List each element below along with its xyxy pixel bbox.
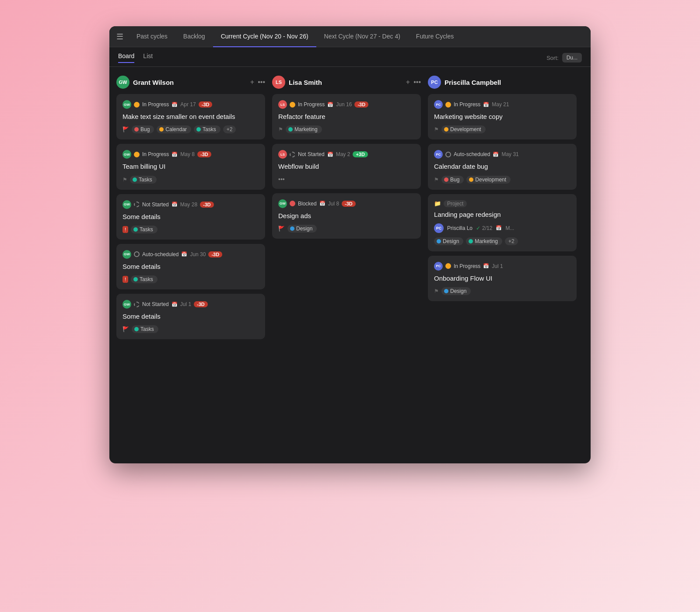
tag-tasks-gw2[interactable]: Tasks bbox=[130, 176, 157, 184]
card-avatar-gw3: GW bbox=[122, 200, 131, 209]
tab-past-cycles[interactable]: Past cycles bbox=[129, 26, 175, 47]
card-gw2[interactable]: GW In Progress 📅 May 8 -3D Team billing … bbox=[116, 144, 265, 189]
assignee-name-pc3: Priscilla Lo bbox=[447, 225, 472, 231]
card-gw4-meta: GW Auto-scheduled 📅 Jun 30 -3D bbox=[122, 250, 259, 259]
view-board[interactable]: Board bbox=[118, 52, 134, 63]
status-dot-ls3 bbox=[290, 201, 295, 206]
cal-icon-gw5: 📅 bbox=[172, 302, 178, 307]
card-avatar-pc4: PC bbox=[434, 262, 443, 271]
card-title-ls2: Webflow build bbox=[278, 162, 415, 171]
tab-current-cycle[interactable]: Current Cycle (Nov 20 - Nov 26) bbox=[213, 26, 316, 47]
card-title-pc2: Calendar date bug bbox=[434, 162, 570, 171]
status-gw3: Not Started bbox=[142, 202, 169, 208]
dot-tasks-gw5 bbox=[134, 327, 139, 331]
view-list[interactable]: List bbox=[143, 52, 153, 63]
cal-icon-gw3: 📅 bbox=[172, 202, 178, 207]
card-pc1[interactable]: PC In Progress 📅 May 21 Marketing websit… bbox=[428, 94, 577, 139]
date-pc2: May 31 bbox=[501, 151, 518, 157]
card-gw1-meta: GW In Progress 📅 Apr 17 -3D bbox=[122, 100, 259, 109]
card-pc4[interactable]: PC In Progress 📅 Jul 1 Onboarding Flow U… bbox=[428, 256, 577, 301]
more-gw-icon[interactable]: ••• bbox=[258, 78, 265, 86]
cal-icon-pc2: 📅 bbox=[493, 152, 499, 157]
check-num-pc3: 2/12 bbox=[482, 225, 492, 231]
status-dot-pc2 bbox=[445, 152, 451, 157]
project-avatar-pc3: PC bbox=[434, 223, 444, 233]
card-ls3[interactable]: GW Blocked 📅 Jul 8 -3D Design ads 🚩 Desi… bbox=[272, 193, 421, 239]
status-dot-gw2 bbox=[134, 152, 140, 157]
add-card-gw-icon[interactable]: + bbox=[250, 78, 254, 86]
cal-icon-ls2: 📅 bbox=[327, 152, 333, 157]
tag-tasks-gw5[interactable]: Tasks bbox=[132, 325, 158, 333]
tag-design-pc3[interactable]: Design bbox=[434, 237, 463, 245]
status-ls3: Blocked bbox=[298, 201, 317, 207]
tag-dev-pc2[interactable]: Development bbox=[466, 176, 511, 184]
card-tags-gw2: ⚑ Tasks bbox=[122, 176, 259, 184]
card-avatar-pc1: PC bbox=[434, 100, 443, 109]
avatar-ls: LS bbox=[272, 76, 285, 89]
card-gw1[interactable]: GW In Progress 📅 Apr 17 -3D Make text si… bbox=[116, 94, 265, 139]
ahead-ls2: +3D bbox=[353, 151, 368, 157]
column-lisa-smith: LS Lisa Smith + ••• LS In Progress 📅 Jun… bbox=[272, 76, 421, 243]
add-card-ls-icon[interactable]: + bbox=[406, 78, 410, 86]
tag-bug-gw1[interactable]: Bug bbox=[132, 125, 154, 133]
status-dot-gw1 bbox=[134, 102, 140, 108]
view-bar: Board List Sort: Du... bbox=[109, 47, 591, 67]
date-ls2: May 2 bbox=[336, 151, 350, 157]
tag-marketing-ls1[interactable]: Marketing bbox=[286, 125, 322, 133]
col-header-gw: GW Grant Wilson + ••• bbox=[116, 76, 265, 89]
overdue-ls1: -3D bbox=[354, 101, 368, 108]
card-title-gw2: Team billing UI bbox=[122, 162, 259, 171]
tab-next-cycle[interactable]: Next Cycle (Nov 27 - Dec 4) bbox=[316, 26, 408, 47]
tag-design-ls3[interactable]: Design bbox=[287, 225, 317, 233]
flag-block-gw3: ! bbox=[122, 226, 128, 233]
tag-dev-pc1[interactable]: Development bbox=[441, 125, 486, 133]
card-gw4[interactable]: GW Auto-scheduled 📅 Jun 30 -3D Some deta… bbox=[116, 244, 265, 289]
sort-label: Sort: bbox=[546, 55, 558, 61]
card-title-gw4: Some details bbox=[122, 262, 259, 271]
menu-icon[interactable]: ☰ bbox=[116, 32, 123, 42]
card-ls1-meta: LS In Progress 📅 Jun 16 -3D bbox=[278, 100, 415, 109]
tag-count-pc3: +2 bbox=[505, 237, 518, 245]
tag-calendar-gw1[interactable]: Calendar bbox=[157, 125, 191, 133]
folder-icon-pc3: 📁 bbox=[434, 200, 441, 207]
tag-marketing-pc3[interactable]: Marketing bbox=[466, 237, 502, 245]
tag-tasks-gw1[interactable]: Tasks bbox=[194, 125, 220, 133]
card-tags-ls2: ••• bbox=[278, 176, 415, 183]
card-avatar-ls1: LS bbox=[278, 100, 287, 109]
dot-dev-pc1 bbox=[444, 127, 448, 132]
status-gw4: Auto-scheduled bbox=[142, 251, 178, 257]
avatar-gw: GW bbox=[116, 76, 130, 89]
card-pc3-project[interactable]: 📁 Project Landing page redesign PC Prisc… bbox=[428, 194, 577, 251]
status-dot-pc1 bbox=[445, 102, 451, 108]
card-ls1[interactable]: LS In Progress 📅 Jun 16 -3D Refactor fea… bbox=[272, 94, 421, 139]
card-avatar-gw1: GW bbox=[122, 100, 131, 109]
card-tags-ls3: 🚩 Design bbox=[278, 225, 415, 233]
tab-future-cycles[interactable]: Future Cycles bbox=[408, 26, 462, 47]
col-header-ls: LS Lisa Smith + ••• bbox=[272, 76, 421, 89]
dot-bug-gw1 bbox=[134, 127, 139, 132]
tag-tasks-gw3[interactable]: Tasks bbox=[131, 226, 158, 233]
overdue-ls3: -3D bbox=[342, 201, 356, 207]
tab-backlog[interactable]: Backlog bbox=[175, 26, 213, 47]
card-tags-gw5: 🚩 Tasks bbox=[122, 325, 259, 333]
status-dot-ls2 bbox=[290, 152, 295, 157]
more-ls-icon[interactable]: ••• bbox=[413, 78, 421, 86]
tag-design-pc4[interactable]: Design bbox=[441, 287, 471, 295]
project-tags-pc3: Design Marketing +2 bbox=[434, 237, 570, 245]
card-gw5-meta: GW Not Started 📅 Jul 1 -3D bbox=[122, 300, 259, 309]
card-gw3[interactable]: GW Not Started 📅 May 28 -3D Some details… bbox=[116, 194, 265, 240]
dot-dev-pc2 bbox=[469, 177, 473, 182]
card-ls2[interactable]: LS Not Started 📅 May 2 +3D Webflow build… bbox=[272, 144, 421, 188]
col-actions-gw: + ••• bbox=[250, 78, 265, 86]
sort-button[interactable]: Du... bbox=[562, 53, 582, 63]
card-gw5[interactable]: GW Not Started 📅 Jul 1 -3D Some details … bbox=[116, 294, 265, 339]
status-dot-pc4 bbox=[445, 263, 451, 269]
dot-design-pc3 bbox=[437, 239, 441, 243]
card-title-pc4: Onboarding Flow UI bbox=[434, 274, 570, 283]
cal-icon-pc3: 📅 bbox=[496, 225, 502, 231]
tag-tasks-gw4[interactable]: Tasks bbox=[131, 275, 158, 283]
tag-bug-pc2[interactable]: Bug bbox=[441, 176, 464, 184]
project-type-pc3: 📁 Project bbox=[434, 200, 570, 207]
card-pc2-meta: PC Auto-scheduled 📅 May 31 bbox=[434, 150, 570, 159]
card-pc2[interactable]: PC Auto-scheduled 📅 May 31 Calendar date… bbox=[428, 144, 577, 189]
